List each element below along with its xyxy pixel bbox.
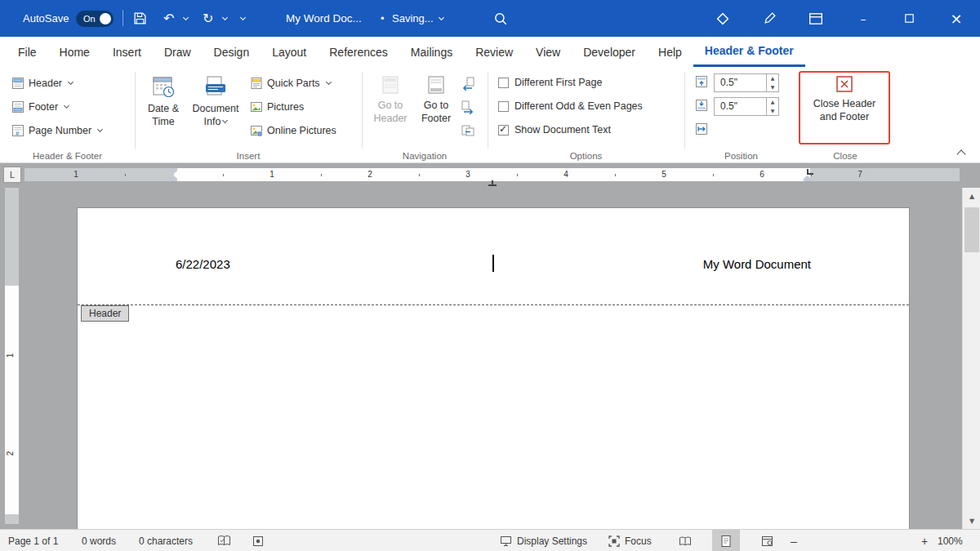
title-bar: AutoSave On ↶ ↻ My Word Doc... • Saving.… xyxy=(0,0,980,37)
editor-icon[interactable] xyxy=(715,0,730,37)
checkbox-icon[interactable] xyxy=(498,125,509,136)
spin-up-icon[interactable]: ▲ xyxy=(767,98,778,107)
tab-draw[interactable]: Draw xyxy=(153,37,203,67)
ruler-number: 2 xyxy=(366,170,374,179)
vertical-ruler[interactable]: 1 2 xyxy=(5,188,19,524)
group-label-header-footer: Header & Footer xyxy=(0,151,135,161)
footer-from-bottom-value[interactable]: 0.5" xyxy=(715,98,766,115)
scroll-up-icon[interactable]: ▲ xyxy=(963,188,980,204)
tab-design[interactable]: Design xyxy=(203,37,261,67)
show-document-text-checkbox[interactable]: Show Document Text xyxy=(498,122,611,137)
page-number-label: Page Number xyxy=(29,125,91,136)
page-indicator[interactable]: Page 1 of 1 xyxy=(8,530,58,551)
close-header-footer-button[interactable]: Close Header and Footer xyxy=(802,70,887,149)
header-position-icon xyxy=(694,74,709,92)
quick-access-dropdown-icon[interactable] xyxy=(238,0,245,37)
date-time-button[interactable]: Date & Time xyxy=(140,70,186,149)
different-first-page-label: Different First Page xyxy=(514,77,602,88)
print-layout-button[interactable] xyxy=(712,530,740,551)
horizontal-ruler[interactable]: 1 1 2 3 4 5 6 7 xyxy=(24,168,960,181)
tab-review[interactable]: Review xyxy=(464,37,524,67)
next-section-button[interactable] xyxy=(461,97,475,117)
go-to-footer-button[interactable]: Go to Footer xyxy=(415,70,457,149)
saving-status: Saving... xyxy=(392,0,434,37)
ruler-tick xyxy=(615,174,616,176)
display-settings-button[interactable]: Display Settings xyxy=(500,530,587,551)
tab-header-footer[interactable]: Header & Footer xyxy=(693,37,805,67)
link-to-previous-button[interactable] xyxy=(461,121,475,140)
tab-developer[interactable]: Developer xyxy=(572,37,647,67)
header-label: Header xyxy=(29,78,62,89)
checkbox-icon[interactable] xyxy=(498,78,509,88)
ribbon-display-icon[interactable] xyxy=(808,0,823,37)
checkbox-icon[interactable] xyxy=(498,101,509,112)
tab-mailings[interactable]: Mailings xyxy=(399,37,464,67)
maximize-button[interactable] xyxy=(890,0,928,37)
header-from-top-value[interactable]: 0.5" xyxy=(715,74,766,91)
tab-layout[interactable]: Layout xyxy=(261,37,318,67)
undo-icon[interactable]: ↶ xyxy=(163,0,174,37)
character-count[interactable]: 0 characters xyxy=(139,530,193,551)
footer-icon xyxy=(11,100,24,113)
different-odd-even-checkbox[interactable]: Different Odd & Even Pages xyxy=(498,99,643,113)
footer-from-bottom-input[interactable]: 0.5" ▲▼ xyxy=(714,97,779,116)
macro-record-icon[interactable] xyxy=(252,530,264,551)
tab-file[interactable]: File xyxy=(7,37,48,67)
pictures-button[interactable]: Pictures xyxy=(250,97,304,117)
undo-dropdown-icon[interactable] xyxy=(181,0,188,37)
collapse-ribbon-icon[interactable] xyxy=(956,149,965,158)
insert-alignment-tab-button[interactable] xyxy=(694,122,709,140)
minimize-button[interactable]: – xyxy=(844,0,882,37)
spin-down-icon[interactable]: ▼ xyxy=(767,83,778,92)
center-tab-stop-marker[interactable] xyxy=(488,180,497,186)
header-area-tag: Header xyxy=(81,305,129,322)
go-to-header-button: Go to Header xyxy=(369,70,412,149)
search-icon[interactable] xyxy=(493,0,508,37)
autosave-toggle[interactable]: On xyxy=(76,11,114,27)
zoom-level[interactable]: 100% xyxy=(938,530,963,551)
chevron-down-icon xyxy=(326,79,332,85)
spin-down-icon[interactable]: ▼ xyxy=(767,107,778,116)
tab-references[interactable]: References xyxy=(318,37,399,67)
quick-parts-button[interactable]: Quick Parts xyxy=(250,73,331,93)
tab-insert[interactable]: Insert xyxy=(101,37,153,67)
tab-home[interactable]: Home xyxy=(48,37,101,67)
header-from-top-input[interactable]: 0.5" ▲▼ xyxy=(714,73,779,92)
footer-dropdown-button[interactable]: Footer xyxy=(11,97,69,117)
online-pictures-button[interactable]: Online Pictures xyxy=(250,121,336,140)
previous-section-button[interactable] xyxy=(461,73,475,93)
zoom-in-button[interactable]: + xyxy=(921,530,928,551)
next-section-icon xyxy=(461,100,475,114)
different-first-page-checkbox[interactable]: Different First Page xyxy=(498,75,602,90)
read-mode-button[interactable] xyxy=(671,530,699,551)
title-dropdown-icon[interactable] xyxy=(437,0,443,37)
header-dropdown-button[interactable]: Header xyxy=(11,73,73,93)
word-count[interactable]: 0 words xyxy=(82,530,116,551)
scrollbar-thumb[interactable] xyxy=(964,207,979,252)
tab-view[interactable]: View xyxy=(524,37,572,67)
zoom-out-button[interactable]: – xyxy=(791,530,797,551)
vertical-scrollbar[interactable]: ▲ ▼ xyxy=(962,188,980,529)
page-number-dropdown-button[interactable]: # Page Number xyxy=(11,121,102,140)
text-cursor xyxy=(492,255,494,272)
scroll-down-icon[interactable]: ▼ xyxy=(963,513,980,529)
tab-help[interactable]: Help xyxy=(647,37,693,67)
focus-button[interactable]: Focus xyxy=(608,530,652,551)
proofing-icon[interactable] xyxy=(217,530,231,551)
save-icon[interactable] xyxy=(133,0,147,37)
document-info-button[interactable]: Document Info xyxy=(189,70,242,149)
online-pictures-icon xyxy=(250,124,263,137)
close-button[interactable]: × xyxy=(938,0,975,37)
page-number-icon: # xyxy=(11,124,24,137)
status-bar: Page 1 of 1 0 words 0 characters Display… xyxy=(0,529,980,551)
right-tab-stop-marker[interactable] xyxy=(807,169,813,175)
chevron-down-icon xyxy=(64,103,69,109)
document-page[interactable]: 6/22/2023 My Word Document Header xyxy=(78,208,909,529)
spin-up-icon[interactable]: ▲ xyxy=(767,74,778,83)
pen-icon[interactable] xyxy=(763,0,777,37)
redo-icon[interactable]: ↻ xyxy=(203,0,213,37)
web-layout-button[interactable] xyxy=(753,530,781,551)
group-label-close: Close xyxy=(798,151,893,161)
redo-dropdown-icon[interactable] xyxy=(220,0,227,37)
tab-stop-selector[interactable]: L xyxy=(3,167,21,183)
